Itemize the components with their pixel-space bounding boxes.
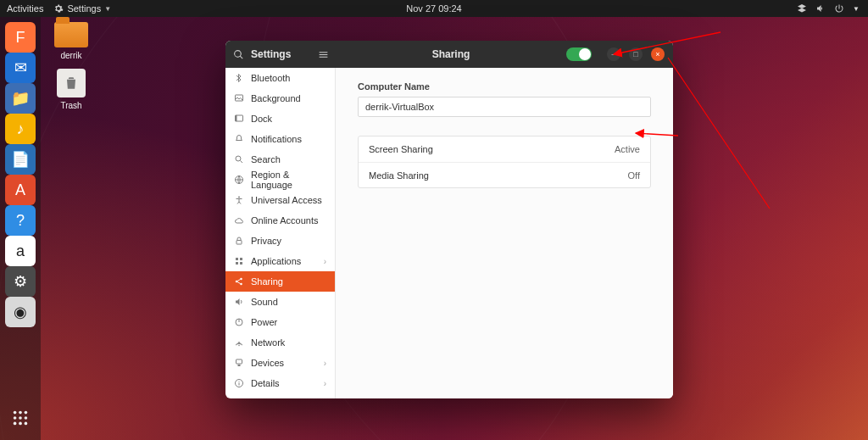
svg-point-1	[19, 411, 22, 415]
search-icon	[234, 154, 244, 164]
svg-point-8	[25, 422, 28, 426]
sidebar-item-label: Details	[251, 378, 280, 388]
dock-files[interactable]: 📁	[5, 83, 36, 114]
svg-point-0	[14, 411, 17, 415]
globe-icon	[234, 175, 244, 185]
activities-button[interactable]: Activities	[7, 3, 43, 14]
chevron-right-icon: ›	[324, 379, 326, 388]
dock-icon	[234, 114, 244, 124]
network-icon	[797, 3, 807, 14]
sidebar-item-dock[interactable]: Dock	[225, 109, 335, 129]
power-icon	[834, 3, 844, 14]
lock-icon	[234, 236, 244, 246]
settings-sidebar: BluetoothBackgroundDockNotificationsSear…	[225, 68, 336, 398]
dock-disc[interactable]: ◉	[5, 297, 36, 327]
row-label: Media Sharing	[369, 170, 429, 181]
search-icon	[233, 49, 244, 60]
clock[interactable]: Nov 27 09:24	[406, 3, 461, 14]
sidebar-item-region[interactable]: Region & Language	[225, 170, 335, 190]
settings-window: Settings Sharing – □ × BluetoothBackgrou…	[225, 41, 673, 398]
bg-icon	[234, 93, 244, 103]
svg-point-7	[19, 422, 22, 426]
settings-content: Computer Name Screen SharingActiveMedia …	[336, 68, 673, 398]
power-icon	[234, 317, 244, 327]
search-button[interactable]	[225, 41, 251, 68]
apps-icon	[234, 256, 244, 266]
sidebar-item-label: Privacy	[251, 236, 281, 246]
sidebar-item-notifications[interactable]: Notifications	[225, 129, 335, 149]
computer-name-label: Computer Name	[358, 81, 651, 92]
info-icon	[234, 378, 244, 388]
row-status: Active	[615, 144, 640, 154]
maximize-button[interactable]: □	[629, 47, 643, 61]
sidebar-item-background[interactable]: Background	[225, 88, 335, 109]
window-titlebar[interactable]: Settings Sharing – □ ×	[225, 41, 673, 68]
sidebar-item-network[interactable]: Network	[225, 332, 335, 353]
dock-settings[interactable]: ⚙	[5, 266, 36, 297]
sidebar-item-online[interactable]: Online Accounts	[225, 210, 335, 231]
dock-libreoffice[interactable]: 📄	[5, 144, 36, 175]
show-applications-button[interactable]	[5, 403, 36, 433]
dock-rhythmbox[interactable]: ♪	[5, 114, 36, 144]
trash-icon	[57, 69, 86, 97]
sidebar-item-details[interactable]: Details›	[225, 373, 335, 393]
minimize-button[interactable]: –	[607, 47, 620, 61]
system-tray[interactable]: ▼	[797, 3, 868, 14]
sharing-master-toggle[interactable]	[566, 47, 592, 61]
desktop-icon-label: derrik	[60, 51, 81, 60]
sidebar-item-bluetooth[interactable]: Bluetooth	[225, 68, 335, 88]
sidebar-item-power[interactable]: Power	[225, 312, 335, 332]
minimize-icon: –	[611, 50, 615, 58]
dock-thunderbird[interactable]: ✉	[5, 53, 36, 83]
top-bar: Activities Settings ▼ Nov 27 09:24 ▼	[0, 0, 868, 17]
sidebar-item-label: Sharing	[251, 276, 283, 287]
app-menu[interactable]: Settings ▼	[53, 3, 111, 14]
share-icon	[234, 276, 244, 287]
desktop-icons: derrik Trash	[47, 22, 95, 110]
sidebar-item-label: Power	[251, 317, 277, 327]
sidebar-item-apps[interactable]: Applications›	[225, 251, 335, 271]
sharing-row-media-sharing[interactable]: Media SharingOff	[359, 162, 650, 187]
dock-help[interactable]: ?	[5, 205, 36, 236]
dock-amazon[interactable]: a	[5, 236, 36, 266]
chevron-down-icon: ▼	[104, 5, 111, 13]
bell-icon	[234, 134, 244, 144]
svg-point-2	[25, 411, 28, 415]
sidebar-item-label: Sound	[251, 297, 278, 307]
hamburger-icon	[318, 49, 329, 60]
sidebar-item-label: Notifications	[251, 134, 302, 144]
dev-icon	[234, 358, 244, 368]
hamburger-button[interactable]	[310, 41, 336, 68]
page-title: Sharing	[336, 48, 566, 60]
sidebar-item-label: Universal Access	[251, 195, 322, 205]
svg-point-3	[14, 416, 17, 420]
desktop-trash[interactable]: Trash	[47, 69, 95, 110]
svg-point-6	[14, 422, 17, 426]
bt-icon	[234, 73, 244, 83]
folder-icon	[54, 22, 88, 47]
svg-point-4	[19, 416, 22, 420]
sidebar-item-sound[interactable]: Sound	[225, 292, 335, 312]
row-status: Off	[628, 170, 640, 181]
close-button[interactable]: ×	[651, 47, 665, 61]
sharing-services-list: Screen SharingActiveMedia SharingOff	[358, 136, 651, 188]
sidebar-item-privacy[interactable]: Privacy	[225, 231, 335, 251]
desktop-icon-label: Trash	[60, 101, 81, 110]
sidebar-item-label: Region & Language	[251, 170, 326, 190]
cloud-icon	[234, 215, 244, 226]
sidebar-item-label: Applications	[251, 256, 301, 266]
sidebar-item-search[interactable]: Search	[225, 149, 335, 170]
sound-icon	[234, 297, 244, 307]
computer-name-input[interactable]	[358, 97, 651, 117]
row-label: Screen Sharing	[369, 144, 433, 154]
desktop-folder-home[interactable]: derrik	[47, 22, 95, 60]
sidebar-item-label: Dock	[251, 114, 272, 124]
chevron-right-icon: ›	[324, 257, 326, 266]
sidebar-item-access[interactable]: Universal Access	[225, 190, 335, 210]
sharing-row-screen-sharing[interactable]: Screen SharingActive	[359, 136, 650, 162]
sidebar-item-sharing[interactable]: Sharing	[225, 271, 335, 292]
sidebar-item-devices[interactable]: Devices›	[225, 353, 335, 373]
maximize-icon: □	[633, 50, 637, 58]
dock-firefox[interactable]: F	[5, 22, 36, 53]
dock-software[interactable]: A	[5, 175, 36, 205]
